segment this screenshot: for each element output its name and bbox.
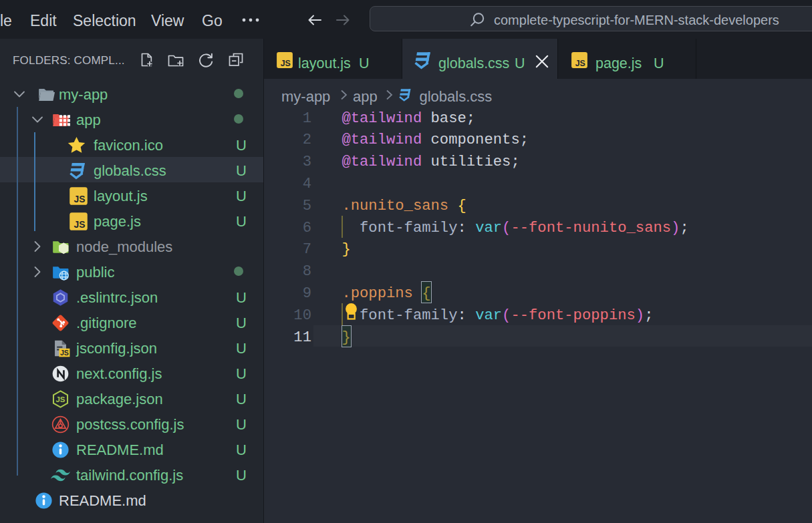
svg-text:JS: JS <box>575 58 585 67</box>
svg-text:JS: JS <box>60 348 69 356</box>
svg-text:JS: JS <box>74 219 85 230</box>
svg-text:JS: JS <box>55 395 65 403</box>
svg-text:JS: JS <box>74 194 85 204</box>
svg-text:JS: JS <box>281 58 291 67</box>
